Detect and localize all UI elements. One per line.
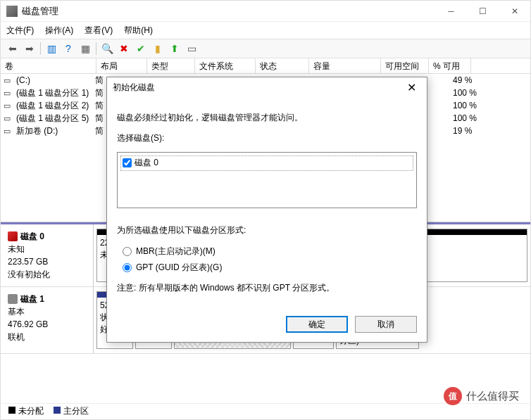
watermark-badge-icon: 值 [444,387,462,405]
toolbar: ⬅ ➡ ▥ ? ▦ 🔍 ✖ ✔ ▮ ⬆ ▭ [1,39,530,58]
close-button[interactable]: ✕ [499,1,530,22]
window-title: 磁盘管理 [22,5,435,18]
disk-header: 磁盘 1 基本 476.92 GB 联机 [1,287,94,353]
legend-swatch-primary [54,407,61,414]
watermark: 值 什么值得买 [444,387,519,405]
title-bar: 磁盘管理 ─ ☐ ✕ [1,1,530,22]
disk-title: 磁盘 0 [8,230,86,243]
volume-icon: ▭ [4,89,15,98]
dialog-close-icon[interactable]: ✕ [401,81,421,94]
disk-select-list[interactable]: 磁盘 0 [117,152,417,208]
list-icon[interactable]: ▭ [184,41,199,56]
folder-icon[interactable]: ▮ [150,41,165,56]
initialize-disk-dialog: 初始化磁盘 ✕ 磁盘必须经过初始化，逻辑磁盘管理器才能访问。 选择磁盘(S): … [106,77,427,343]
dialog-note: 注意: 所有早期版本的 Windows 都不识别 GPT 分区形式。 [117,281,417,295]
back-icon[interactable]: ⬅ [5,41,20,56]
watermark-text: 什么值得买 [466,390,519,403]
legend: 未分配 主分区 [1,403,530,419]
menu-bar: 文件(F) 操作(A) 查看(V) 帮助(H) [1,22,530,39]
disk-title: 磁盘 1 [8,293,86,305]
forward-icon[interactable]: ➡ [22,41,37,56]
action-icon[interactable]: 🔍 [99,41,115,56]
menu-view[interactable]: 查看(V) [85,25,113,37]
volume-icon: ▭ [4,101,15,110]
gpt-radio[interactable]: GPT (GUID 分区表)(G) [123,261,417,274]
disk-header: 磁盘 0 未知 223.57 GB 没有初始化 [1,224,94,286]
mbr-radio[interactable]: MBR(主启动记录)(M) [123,245,417,258]
check-icon[interactable]: ✔ [133,41,149,56]
properties-icon[interactable]: ▦ [77,41,93,56]
panel-icon[interactable]: ▥ [44,41,59,56]
refresh-icon[interactable]: ⬆ [167,41,182,56]
col-free[interactable]: 可用空间 [381,58,429,73]
menu-action[interactable]: 操作(A) [45,25,73,37]
legend-swatch-unallocated [8,407,15,414]
col-layout[interactable]: 布局 [96,58,147,73]
maximize-button[interactable]: ☐ [467,1,499,22]
volume-icon: ▭ [4,114,15,123]
dialog-intro: 磁盘必须经过初始化，逻辑磁盘管理器才能访问。 [117,111,417,125]
table-header: 卷 布局 类型 文件系统 状态 容量 可用空间 % 可用 [1,58,530,74]
col-type[interactable]: 类型 [147,58,195,73]
partition-style-label: 为所选磁盘使用以下磁盘分区形式: [117,224,417,237]
volume-icon: ▭ [4,76,15,85]
dialog-titlebar: 初始化磁盘 ✕ [107,77,427,97]
dialog-title: 初始化磁盘 [113,82,155,94]
col-status[interactable]: 状态 [256,58,309,73]
menu-help[interactable]: 帮助(H) [124,25,153,37]
select-disk-label: 选择磁盘(S): [117,132,417,145]
col-volume[interactable]: 卷 [1,58,96,73]
col-capacity[interactable]: 容量 [309,58,381,73]
volume-icon: ▭ [4,127,15,136]
col-pct[interactable]: % 可用 [429,58,471,73]
cancel-button[interactable]: 取消 [355,316,417,333]
ok-button[interactable]: 确定 [286,316,348,333]
help-icon[interactable]: ? [61,41,76,56]
app-icon [6,6,18,17]
disk-checkbox-item[interactable]: 磁盘 0 [120,155,413,170]
col-fs[interactable]: 文件系统 [195,58,256,73]
delete-icon[interactable]: ✖ [116,41,132,56]
disk-0-checkbox[interactable] [123,158,132,167]
minimize-button[interactable]: ─ [435,1,467,22]
menu-file[interactable]: 文件(F) [6,25,34,37]
